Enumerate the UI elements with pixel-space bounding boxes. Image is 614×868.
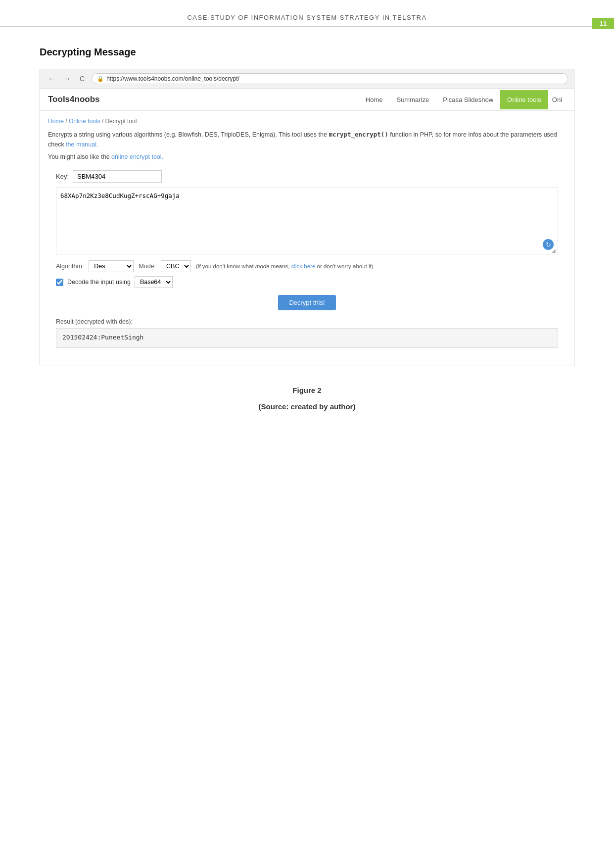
section-heading: Decrypting Message bbox=[40, 47, 574, 58]
resize-handle[interactable]: ◢ bbox=[552, 248, 558, 254]
encrypt-tool-link[interactable]: online encrypt tool. bbox=[111, 153, 163, 160]
algo-row: Algorithm: Des Blowfish TripleDES Enigma… bbox=[56, 260, 558, 272]
url-text: https://www.tools4noobs.com/online_tools… bbox=[106, 75, 239, 82]
back-button[interactable]: ← bbox=[46, 74, 57, 84]
nav-item-online-tools[interactable]: Online tools bbox=[500, 90, 548, 109]
url-bar[interactable]: 🔒 https://www.tools4noobs.com/online_too… bbox=[92, 73, 568, 84]
decode-row: Decode the input using Base64 Hex None bbox=[56, 276, 558, 288]
key-row: Key: bbox=[56, 170, 558, 183]
site-logo: Tools4noobs bbox=[48, 89, 359, 110]
source-caption: (Source: created by author) bbox=[40, 402, 574, 411]
site-description: Encrypts a string using various algorith… bbox=[48, 130, 566, 149]
key-input[interactable] bbox=[73, 170, 162, 183]
breadcrumb-page: Decrypt tool bbox=[105, 118, 137, 125]
key-label: Key: bbox=[56, 173, 69, 180]
encrypt-textarea[interactable]: 68XAp7n2Kz3e8CudKugZ+rscAG+9gaja bbox=[56, 188, 558, 252]
form-area: Key: 68XAp7n2Kz3e8CudKugZ+rscAG+9gaja ↻ … bbox=[48, 170, 566, 356]
decode-checkbox[interactable] bbox=[56, 279, 63, 286]
site-navigation: Tools4noobs Home Summarize Picasa Slides… bbox=[40, 89, 574, 111]
nav-item-picasa[interactable]: Picasa Slideshow bbox=[436, 90, 500, 109]
nav-items: Home Summarize Picasa Slideshow Online t… bbox=[359, 90, 566, 109]
mode-note: (if you don't know what mode means, clic… bbox=[196, 263, 558, 269]
decode-select[interactable]: Base64 Hex None bbox=[135, 276, 173, 288]
browser-mockup: ← → C 🔒 https://www.tools4noobs.com/onli… bbox=[40, 69, 574, 366]
also-like: You might also like the online encrypt t… bbox=[48, 153, 566, 160]
mode-select[interactable]: CBC ECB CFB OFB bbox=[161, 260, 191, 272]
decode-label: Decode the input using bbox=[67, 279, 131, 286]
lock-icon: 🔒 bbox=[97, 76, 104, 82]
page-number: 11 bbox=[592, 18, 614, 29]
site-content: Home / Online tools / Decrypt tool Encry… bbox=[40, 111, 574, 366]
figure-caption: Figure 2 bbox=[40, 386, 574, 394]
code-function: mcrypt_encrypt() bbox=[329, 131, 388, 138]
nav-item-truncated[interactable]: Onl bbox=[548, 90, 566, 109]
breadcrumb-home[interactable]: Home bbox=[48, 118, 64, 125]
algorithm-select[interactable]: Des Blowfish TripleDES Enigma bbox=[89, 260, 134, 272]
forward-button[interactable]: → bbox=[62, 74, 73, 84]
refresh-button[interactable]: C bbox=[78, 74, 87, 84]
result-box: 201502424:PuneetSingh bbox=[56, 328, 558, 348]
manual-link[interactable]: the manual. bbox=[66, 141, 98, 148]
result-label: Result (decrypted with des): bbox=[56, 318, 558, 325]
decrypt-button[interactable]: Decrypt this! bbox=[278, 295, 335, 310]
nav-item-home[interactable]: Home bbox=[359, 90, 390, 109]
textarea-wrapper: 68XAp7n2Kz3e8CudKugZ+rscAG+9gaja ↻ ◢ bbox=[56, 188, 558, 254]
breadcrumb-section[interactable]: Online tools bbox=[69, 118, 100, 125]
browser-toolbar: ← → C 🔒 https://www.tools4noobs.com/onli… bbox=[40, 69, 574, 89]
breadcrumb: Home / Online tools / Decrypt tool bbox=[48, 118, 566, 125]
page-header: CASE STUDY OF INFORMATION SYSTEM STRATEG… bbox=[0, 0, 614, 27]
algorithm-label: Algorithm: bbox=[56, 263, 84, 270]
nav-item-summarize[interactable]: Summarize bbox=[389, 90, 436, 109]
mode-label: Mode: bbox=[139, 263, 156, 270]
mode-link[interactable]: click here bbox=[291, 263, 316, 269]
